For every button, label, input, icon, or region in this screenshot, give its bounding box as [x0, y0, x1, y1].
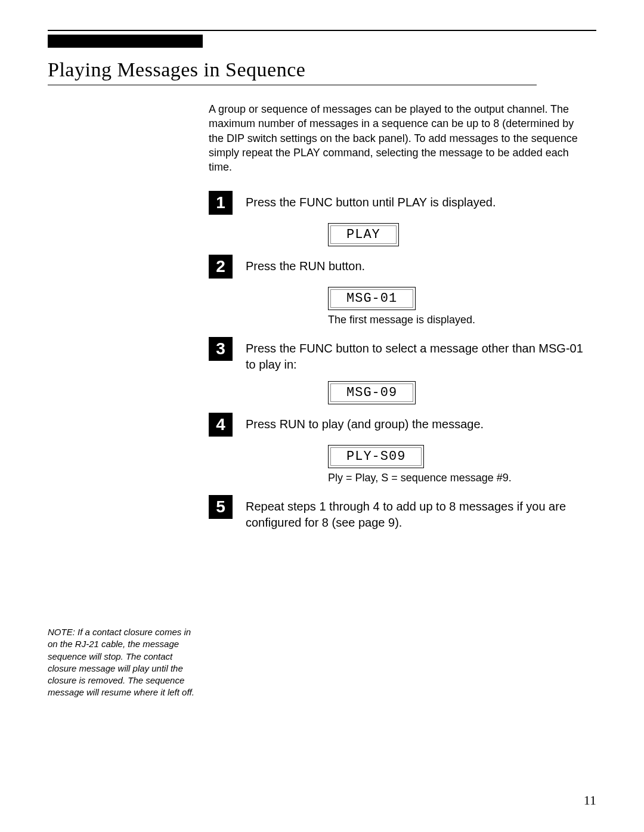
lcd-text: MSG-01: [330, 289, 413, 308]
step-5: 5 Repeat steps 1 through 4 to add up to …: [209, 495, 590, 531]
lcd-text: PLAY: [330, 225, 397, 244]
step-3: 3 Press the FUNC button to select a mess…: [209, 337, 590, 404]
step-4-caption: Ply = Play, S = sequence message #9.: [328, 472, 590, 484]
step-number-4: 4: [209, 413, 233, 437]
step-4-text: Press RUN to play (and group) the messag…: [246, 413, 484, 432]
lcd-display-msg09: MSG-09: [328, 381, 416, 404]
step-3-text: Press the FUNC button to select a messag…: [246, 337, 590, 373]
step-1: 1 Press the FUNC button until PLAY is di…: [209, 191, 590, 246]
step-number-5: 5: [209, 495, 233, 519]
steps-container: 1 Press the FUNC button until PLAY is di…: [209, 191, 590, 531]
step-number-2: 2: [209, 255, 233, 279]
lcd-display-msg01: MSG-01: [328, 287, 416, 310]
step-4: 4 Press RUN to play (and group) the mess…: [209, 413, 590, 484]
lcd-text: MSG-09: [330, 383, 413, 402]
section-title: Playing Messages in Sequence: [48, 58, 537, 81]
lcd-display-play: PLAY: [328, 223, 399, 246]
step-number-3: 3: [209, 337, 233, 361]
step-2-caption: The first message is displayed.: [328, 314, 590, 326]
step-2: 2 Press the RUN button. MSG-01 The first…: [209, 255, 590, 326]
step-5-text: Repeat steps 1 through 4 to add up to 8 …: [246, 495, 590, 531]
step-2-text: Press the RUN button.: [246, 255, 365, 274]
side-note: NOTE: If a contact closure comes in on t…: [48, 626, 197, 699]
step-number-1: 1: [209, 191, 233, 215]
lcd-text: PLY-S09: [330, 447, 422, 466]
top-rule: [48, 30, 596, 31]
page-number: 11: [584, 793, 596, 808]
intro-paragraph: A group or sequence of messages can be p…: [209, 102, 578, 174]
step-1-text: Press the FUNC button until PLAY is disp…: [246, 191, 496, 211]
lcd-display-plys09: PLY-S09: [328, 445, 424, 468]
header-black-bar: [48, 35, 203, 48]
